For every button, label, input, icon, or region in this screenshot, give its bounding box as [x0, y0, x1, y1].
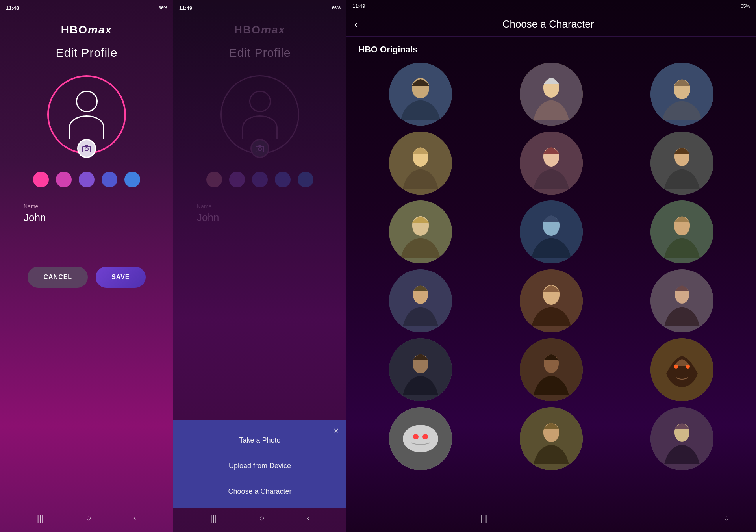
character-item-missandei[interactable] — [520, 338, 583, 401]
name-value[interactable]: John — [24, 211, 150, 227]
section-title-hbo: HBO Originals — [346, 37, 756, 59]
status-icons-panel1: 66% — [159, 6, 167, 10]
nav-home-icon-p2[interactable]: ○ — [259, 513, 264, 523]
avatar-body — [69, 115, 104, 139]
nav-back-icon[interactable]: ‹ — [133, 513, 136, 523]
character-item-cersei[interactable] — [389, 132, 452, 195]
nav-menu-icon-p3[interactable]: ||| — [480, 513, 487, 523]
camera-icon-dim — [255, 145, 265, 152]
nav-home-icon-p3[interactable]: ○ — [724, 513, 729, 523]
color-dot-p2-3 — [275, 172, 291, 187]
panel-choose-character: 11:49 65% ‹ Choose a Character HBO Origi… — [346, 0, 756, 532]
character-item-ghost[interactable] — [389, 407, 452, 470]
status-time-panel2: 11:49 — [179, 5, 192, 11]
name-section-panel2: Name John — [197, 203, 323, 227]
name-section: Name John — [24, 203, 150, 227]
nav-home-icon[interactable]: ○ — [86, 513, 91, 523]
hbo-logo-panel1: HBOmax — [61, 24, 112, 36]
modal-option-character[interactable]: Choose a Character — [173, 479, 346, 504]
battery-panel3: 65% — [741, 4, 750, 9]
modal-option-photo[interactable]: Take a Photo — [173, 428, 346, 453]
nav-bar-panel2: ||| ○ ‹ — [173, 504, 346, 532]
color-dot-p2-1 — [229, 172, 245, 187]
character-item-arya[interactable] — [650, 132, 713, 195]
edit-profile-title-panel2: Edit Profile — [229, 46, 291, 59]
modal-option-upload[interactable]: Upload from Device — [173, 453, 346, 479]
character-item-brienne[interactable] — [650, 200, 713, 263]
character-item-dany[interactable] — [520, 63, 583, 126]
character-item-unknown1[interactable] — [520, 407, 583, 470]
color-dot-1[interactable] — [56, 172, 72, 187]
color-dot-0[interactable] — [33, 172, 49, 187]
buttons-row: CANCEL SAVE — [28, 267, 145, 288]
cancel-button[interactable]: CANCEL — [28, 267, 88, 288]
svg-point-3 — [258, 148, 261, 151]
character-item-tyrion[interactable] — [650, 63, 713, 126]
svg-point-1 — [85, 148, 88, 151]
status-icons-panel3: 65% — [741, 4, 750, 9]
camera-button-dim — [250, 139, 269, 158]
character-item-greyworm[interactable] — [389, 338, 452, 401]
character-item-shireen[interactable] — [650, 269, 713, 332]
avatar-body-dim — [242, 115, 278, 139]
edit-profile-title: Edit Profile — [56, 46, 117, 59]
character-item-jon[interactable] — [389, 63, 452, 126]
status-bar-panel1: 11:48 66% — [0, 0, 173, 16]
character-item-unknown2[interactable] — [650, 407, 713, 470]
battery-icon: 66% — [159, 6, 167, 10]
panel3-header: ‹ Choose a Character — [346, 12, 756, 37]
avatar-head-dim — [249, 91, 271, 112]
camera-icon — [82, 145, 91, 152]
photo-options-modal[interactable]: × Take a Photo Upload from Device Choose… — [173, 420, 346, 508]
panel2-content: 11:49 66% HBOmax Edit Profile — [173, 0, 346, 227]
battery-icon-panel2: 66% — [332, 6, 341, 10]
color-dot-3[interactable] — [102, 172, 117, 187]
characters-grid — [346, 59, 756, 474]
panel-edit-profile-modal: 11:49 66% HBOmax Edit Profile — [173, 0, 346, 532]
character-item-bran[interactable] — [389, 269, 452, 332]
color-dot-2[interactable] — [79, 172, 94, 187]
name-value-panel2: John — [197, 211, 323, 227]
color-dot-p2-2 — [252, 172, 268, 187]
color-dots-panel2 — [206, 172, 313, 187]
nav-back-icon-p2[interactable]: ‹ — [307, 513, 309, 523]
avatar-person-icon — [69, 91, 104, 139]
choose-character-title: Choose a Character — [365, 18, 731, 30]
modal-close-button[interactable]: × — [334, 426, 339, 436]
status-time-panel3: 11:49 — [352, 3, 365, 9]
back-button[interactable]: ‹ — [354, 19, 358, 30]
status-bar-panel2: 11:49 66% — [173, 0, 346, 16]
avatar-container[interactable] — [47, 71, 126, 158]
avatar-person-icon-dim — [242, 91, 278, 139]
status-icons-panel2: 66% — [332, 6, 341, 10]
avatar-container-panel2 — [220, 71, 299, 158]
nav-menu-icon-p2[interactable]: ||| — [210, 513, 217, 523]
status-time-panel1: 11:48 — [6, 5, 19, 11]
save-button[interactable]: SAVE — [96, 267, 145, 288]
character-item-dragon[interactable] — [650, 338, 713, 401]
name-label: Name — [24, 203, 150, 209]
camera-button[interactable] — [77, 139, 96, 158]
hbo-logo-panel2: HBOmax — [234, 24, 285, 36]
avatar-head — [76, 91, 98, 112]
svg-point-48 — [686, 365, 690, 369]
svg-point-52 — [422, 434, 428, 439]
color-dot-4[interactable] — [124, 172, 140, 187]
nav-bar-panel1: ||| ○ ‹ — [0, 504, 173, 532]
color-dot-p2-0 — [206, 172, 222, 187]
character-item-ramsay[interactable] — [520, 269, 583, 332]
name-label-panel2: Name — [197, 203, 323, 209]
nav-menu-icon[interactable]: ||| — [37, 513, 44, 523]
status-bar-panel3: 11:49 65% — [346, 0, 756, 12]
color-dot-p2-4 — [298, 172, 313, 187]
svg-point-47 — [674, 365, 678, 369]
color-dots — [33, 172, 140, 187]
character-item-sansa[interactable] — [520, 132, 583, 195]
character-item-jaime[interactable] — [389, 200, 452, 263]
svg-point-51 — [413, 434, 419, 439]
svg-point-50 — [403, 425, 438, 452]
character-item-nightking[interactable] — [520, 200, 583, 263]
nav-bar-panel3: ||| ○ ‹ — [346, 504, 756, 532]
panel-edit-profile: 11:48 66% HBOmax Edit Profile — [0, 0, 173, 532]
